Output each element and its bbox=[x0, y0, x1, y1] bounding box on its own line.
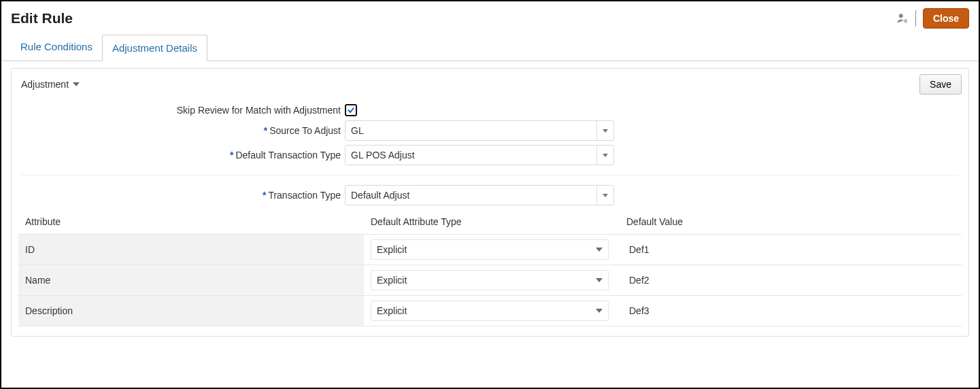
tab-rule-conditions[interactable]: Rule Conditions bbox=[11, 34, 102, 61]
default-attr-type-select[interactable]: Explicit bbox=[371, 270, 609, 290]
col-header-default-value: Default Value bbox=[622, 209, 962, 235]
default-value: Def3 bbox=[622, 296, 962, 326]
svg-point-0 bbox=[899, 14, 903, 18]
col-header-default-attr-type: Default Attribute Type bbox=[364, 209, 622, 235]
chevron-down-icon bbox=[596, 278, 603, 282]
default-transaction-type-select[interactable]: GL POS Adjust bbox=[345, 145, 614, 165]
attribute-name: Name bbox=[18, 265, 364, 295]
default-attr-type-select[interactable]: Explicit bbox=[371, 301, 609, 321]
default-transaction-type-label: Default Transaction Type bbox=[235, 150, 341, 160]
attribute-name: ID bbox=[18, 235, 364, 265]
default-attr-type-value: Explicit bbox=[377, 275, 407, 286]
default-value: Def1 bbox=[622, 235, 962, 265]
transaction-type-value: Default Adjust bbox=[351, 190, 409, 201]
section-divider bbox=[21, 175, 959, 175]
source-to-adjust-value: GL bbox=[351, 125, 364, 136]
chevron-down-icon bbox=[596, 248, 603, 252]
chevron-down-icon bbox=[596, 309, 603, 313]
default-attr-type-value: Explicit bbox=[377, 244, 407, 255]
source-to-adjust-select[interactable]: GL bbox=[345, 120, 614, 141]
save-button[interactable]: Save bbox=[919, 74, 962, 95]
skip-review-label: Skip Review for Match with Adjustment bbox=[18, 105, 345, 116]
col-header-attribute: Attribute bbox=[18, 209, 364, 235]
attribute-table: Attribute Default Attribute Type Default… bbox=[18, 209, 962, 326]
svg-point-1 bbox=[905, 20, 907, 22]
table-row: ID Explicit Def1 bbox=[18, 235, 962, 265]
attribute-name: Description bbox=[18, 296, 364, 326]
adjustment-dropdown[interactable]: Adjustment bbox=[21, 79, 80, 90]
transaction-type-label: Transaction Type bbox=[268, 190, 341, 201]
default-attr-type-value: Explicit bbox=[377, 305, 407, 316]
table-row: Description Explicit Def3 bbox=[18, 296, 962, 326]
table-row: Name Explicit Def2 bbox=[18, 265, 962, 296]
default-attr-type-select[interactable]: Explicit bbox=[371, 239, 609, 260]
person-settings-icon[interactable] bbox=[896, 12, 909, 24]
default-transaction-type-value: GL POS Adjust bbox=[351, 150, 415, 160]
source-to-adjust-label: Source To Adjust bbox=[269, 125, 341, 136]
adjustment-dropdown-label: Adjustment bbox=[21, 79, 69, 90]
vertical-divider bbox=[915, 10, 916, 27]
page-title: Edit Rule bbox=[11, 10, 73, 27]
tabs: Rule Conditions Adjustment Details bbox=[1, 34, 979, 61]
chevron-down-icon bbox=[603, 194, 608, 197]
chevron-down-icon bbox=[73, 82, 80, 86]
close-button[interactable]: Close bbox=[923, 8, 969, 29]
skip-review-checkbox[interactable] bbox=[345, 104, 357, 116]
chevron-down-icon bbox=[603, 154, 608, 157]
transaction-type-select[interactable]: Default Adjust bbox=[345, 185, 614, 205]
tab-adjustment-details[interactable]: Adjustment Details bbox=[102, 35, 207, 61]
default-value: Def2 bbox=[622, 265, 962, 295]
chevron-down-icon bbox=[603, 129, 608, 133]
